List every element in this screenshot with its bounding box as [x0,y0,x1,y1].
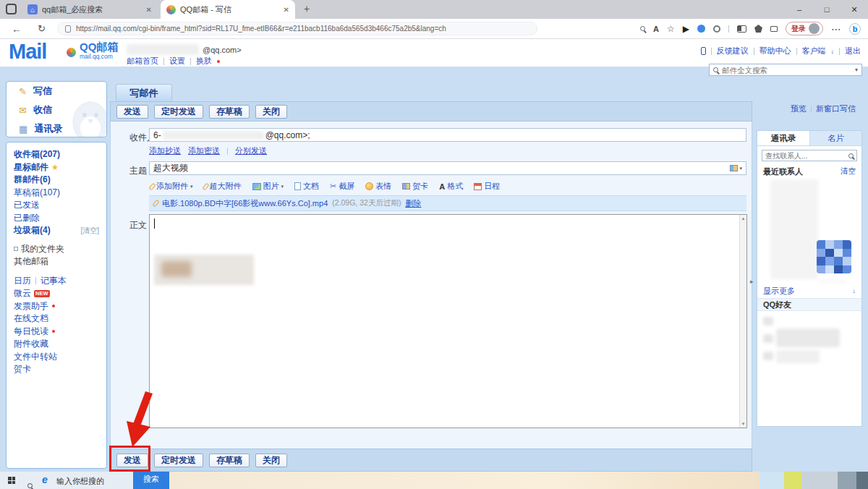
contacts-search-input[interactable] [765,152,846,160]
tab-contacts[interactable]: 通讯录 [757,131,810,145]
new-window-compose-link[interactable]: 新窗口写信 [816,103,856,114]
link-client[interactable]: 客户端 [802,46,826,56]
format-button[interactable]: A 格式 [439,181,463,192]
send-separately-link[interactable]: 分别发送 [235,145,267,156]
sidebar-item-invoice-helper[interactable]: 发票助手 [7,300,106,313]
taskbar-search-icon[interactable] [27,483,33,488]
browser-tab-inactive[interactable]: ⌂ qq邮箱_必应搜索 ✕ [22,0,158,19]
sidebar-item-daily-read[interactable]: 每日悦读 [7,326,106,339]
sidebar-item-compose[interactable]: ✎ 写信 [7,82,106,101]
to-field[interactable]: 6- @qq.com>; [149,128,746,142]
sidebar-item-greeting-card[interactable]: 贺卡 [7,363,106,376]
address-bar[interactable]: https://mail.qq.com/cgi-bin/frame_html?s… [57,22,537,35]
link-skin[interactable]: 换肤 [196,56,212,67]
sidebar-item-file-transfer[interactable]: 文件中转站 [7,351,106,364]
edge-taskbar-icon[interactable]: e [42,474,48,485]
qq-friends-header[interactable]: QQ好友 [757,298,861,311]
contacts-search-box[interactable] [762,150,857,161]
chevron-down-icon[interactable]: ▾ [739,166,742,171]
link-settings[interactable]: 设置 [169,56,185,67]
contact-avatar-mosaic[interactable] [817,240,851,273]
clear-recent-link[interactable]: 清空 [841,166,856,177]
extension-ring-icon[interactable] [713,25,720,33]
split-screen-icon[interactable] [737,25,746,33]
sidebar-item-attachment-favorites[interactable]: 附件收藏 [7,338,106,351]
link-logout[interactable]: 退出 [845,46,861,56]
mobile-icon[interactable] [701,47,706,55]
tab-close-icon[interactable]: ✕ [284,6,289,14]
scroll-up-icon[interactable]: ▴ [742,216,745,221]
tab-close-icon[interactable]: ✕ [146,6,152,14]
attachment-name[interactable]: 电影.1080p.BD中字[66影视www.66Ys.Co].mp4 [162,198,328,209]
profile-chip[interactable]: 登录 [786,22,823,35]
subject-extra-icon[interactable] [730,165,738,171]
show-more-row[interactable]: 显示更多 ↓ [757,284,861,298]
sidebar-folder-deleted[interactable]: 已删除 [7,212,106,225]
link-mail-home[interactable]: 邮箱首页 [127,56,158,67]
read-aloud-icon[interactable]: A [653,25,659,33]
show-more-link[interactable]: 显示更多 [763,286,795,297]
add-bcc-link[interactable]: 添加密送 [188,145,220,156]
reload-icon[interactable]: ↻ [38,23,46,34]
sidebar-item-notes[interactable]: 记事本 [41,275,67,287]
sidebar-folder-drafts[interactable]: 草稿箱(107) [7,187,106,200]
sidebar-folder-spam[interactable]: 垃圾箱(4) [清空] [7,224,106,237]
sidebar-item-inbox-nav[interactable]: ✉ 收信 [7,101,106,119]
sidebar-my-folders[interactable]: 我的文件夹 [7,243,106,256]
sidebar-folder-inbox[interactable]: 收件箱(207) [7,148,106,161]
mail-search-box[interactable]: ▾ [709,64,862,76]
add-cc-link[interactable]: 添加抄送 [149,145,181,156]
collections-icon[interactable] [770,26,778,32]
sidebar-folder-starred[interactable]: 星标邮件 ★ [7,161,106,174]
large-attachment-button[interactable]: 超大附件 [204,181,242,192]
favorites-icon[interactable]: ☆ [667,24,675,34]
tab-cards[interactable]: 名片 [810,131,861,145]
tab-actions-icon[interactable] [6,4,17,14]
qqmail-logo[interactable]: Mail [9,40,46,64]
search-icon[interactable] [640,26,645,31]
emoji-button[interactable]: 表情 [365,181,391,192]
scheduled-send-button-bottom[interactable]: 定时发送 [154,454,203,467]
sidebar-item-calendar[interactable]: 日历 [14,275,31,287]
minimize-button[interactable]: – [786,0,813,19]
close-button[interactable]: ✕ [841,0,868,19]
maximize-button[interactable]: □ [813,0,841,19]
bing-copilot-icon[interactable]: b [849,23,861,35]
save-draft-button-top[interactable]: 存草稿 [209,105,250,119]
close-button-top[interactable]: 关闭 [255,105,287,119]
save-draft-button-bottom[interactable]: 存草稿 [209,454,250,467]
editor-scrollbar[interactable]: ▴ ▾ [739,215,746,428]
site-info-icon[interactable] [65,25,71,33]
close-button-bottom[interactable]: 关闭 [255,454,287,467]
extension-play-icon[interactable]: ▶ [683,24,689,34]
windows-start-icon[interactable] [8,477,15,484]
extension-pentagon-icon[interactable] [754,25,762,33]
add-attachment-button[interactable]: 添加附件 ▾ [150,181,193,192]
taskbar-search-button[interactable]: 搜索 [133,472,169,489]
sidebar-folder-group-mail[interactable]: 群邮件(6) [7,174,106,187]
new-tab-button[interactable]: + [304,3,310,14]
back-icon[interactable]: ← [12,23,22,35]
sidebar-item-online-docs[interactable]: 在线文档 [7,312,106,326]
attachment-remove-link[interactable]: 删除 [405,198,421,209]
more-menu-icon[interactable]: ⋯ [831,23,841,35]
mail-search-input[interactable] [722,66,851,75]
insert-document-button[interactable]: 文档 [294,181,319,192]
schedule-button[interactable]: 日程 [474,181,500,192]
brand-block[interactable]: QQ邮箱 mail.qq.com [80,41,118,60]
body-editor[interactable]: ▴ ▾ [149,214,747,428]
screenshot-button[interactable]: ✂ 截屏 [330,181,354,192]
sidebar-item-contacts[interactable]: ▦ 通讯录 [7,119,106,137]
insert-image-button[interactable]: 图片 ▾ [252,181,284,192]
scheduled-send-button-top[interactable]: 定时发送 [154,105,203,119]
expander-icon[interactable] [14,247,18,251]
empty-spam-link[interactable]: [清空] [80,226,99,236]
sidebar-item-weiyun[interactable]: 微云 NEW [7,287,106,300]
extension-blue-icon[interactable] [697,25,705,33]
scroll-down-icon[interactable]: ▾ [742,421,745,427]
sidebar-folder-sent[interactable]: 已发送 [7,199,106,212]
link-help-center[interactable]: 帮助中心 [760,46,791,56]
chevron-down-icon[interactable]: ▾ [855,67,858,73]
taskbar-search-hint[interactable]: 输入你想搜的 [56,476,104,487]
collapse-panel-icon[interactable]: ▸ [750,278,754,285]
